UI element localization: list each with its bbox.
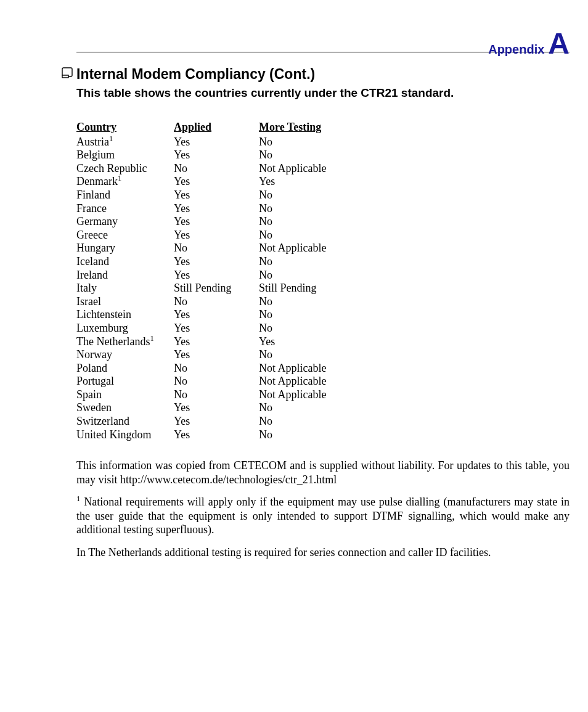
cell-country: Italy xyxy=(76,282,174,295)
cell-more-testing: Yes xyxy=(259,175,356,189)
cell-applied: No xyxy=(174,295,259,309)
cell-more-testing: No xyxy=(259,255,356,269)
table-row: LichtensteinYesNo xyxy=(76,308,356,322)
cell-applied: Yes xyxy=(174,255,259,269)
cell-applied: No xyxy=(174,375,259,388)
section-title: Internal Modem Compliancy (Cont.) xyxy=(76,66,315,83)
cell-more-testing: No xyxy=(259,136,356,149)
header-rule: AppendixA xyxy=(76,52,570,52)
appendix-word: Appendix xyxy=(488,43,544,56)
cell-country: Sweden xyxy=(76,401,174,415)
table-row: FranceYesNo xyxy=(76,202,356,216)
note-icon xyxy=(62,67,73,81)
table-row: PolandNoNot Applicable xyxy=(76,362,356,375)
cell-applied: Yes xyxy=(174,136,259,149)
table-row: SwedenYesNo xyxy=(76,401,356,415)
svg-rect-1 xyxy=(62,75,68,78)
cell-applied: Yes xyxy=(174,202,259,216)
cell-more-testing: No xyxy=(259,202,356,216)
cell-country: Israel xyxy=(76,295,174,309)
cell-country: Czech Republic xyxy=(76,162,174,176)
cell-more-testing: No xyxy=(259,149,356,162)
table-row: IsraelNoNo xyxy=(76,295,356,309)
table-row: The Netherlands1YesYes xyxy=(76,335,356,349)
cell-country: Poland xyxy=(76,362,174,375)
cell-more-testing: No xyxy=(259,348,356,362)
cell-more-testing: Not Applicable xyxy=(259,162,356,176)
cell-applied: No xyxy=(174,162,259,176)
cell-country: United Kingdom xyxy=(76,428,174,442)
cell-applied: Yes xyxy=(174,322,259,335)
cell-country: Portugal xyxy=(76,375,174,388)
col-header-applied: Applied xyxy=(174,121,259,136)
table-row: HungaryNoNot Applicable xyxy=(76,242,356,255)
cell-more-testing: Yes xyxy=(259,335,356,349)
cell-applied: Yes xyxy=(174,189,259,202)
footnote-ref: 1 xyxy=(150,334,153,343)
table-row: SwitzerlandYesNo xyxy=(76,415,356,428)
cell-more-testing: No xyxy=(259,189,356,202)
table-row: NorwayYesNo xyxy=(76,348,356,362)
table-row: LuxemburgYesNo xyxy=(76,322,356,335)
cell-applied: No xyxy=(174,388,259,402)
cell-applied: Yes xyxy=(174,175,259,189)
netherlands-note: In The Netherlands additional testing is… xyxy=(76,546,570,560)
cell-applied: Still Pending xyxy=(174,282,259,295)
table-row: GermanyYesNo xyxy=(76,215,356,229)
cell-more-testing: No xyxy=(259,269,356,282)
cell-country: Spain xyxy=(76,388,174,402)
cell-more-testing: No xyxy=(259,401,356,415)
footnote-ref: 1 xyxy=(118,174,121,182)
table-row: ItalyStill PendingStill Pending xyxy=(76,282,356,295)
cell-country: Denmark1 xyxy=(76,175,174,189)
document-page: AppendixA Internal Modem Compliancy (Con… xyxy=(0,0,588,712)
cell-more-testing: Not Applicable xyxy=(259,388,356,402)
cell-country: Germany xyxy=(76,215,174,229)
table-row: FinlandYesNo xyxy=(76,189,356,202)
table-header-row: Country Applied More Testing xyxy=(76,121,356,136)
cell-applied: Yes xyxy=(174,401,259,415)
cell-applied: Yes xyxy=(174,348,259,362)
table-row: BelgiumYesNo xyxy=(76,149,356,162)
cell-more-testing: No xyxy=(259,415,356,428)
appendix-label: AppendixA xyxy=(488,29,570,59)
appendix-letter: A xyxy=(548,27,570,60)
info-paragraph: This information was copied from CETECOM… xyxy=(76,459,570,486)
table-row: IrelandYesNo xyxy=(76,269,356,282)
cell-country: Finland xyxy=(76,189,174,202)
cell-applied: Yes xyxy=(174,269,259,282)
cell-country: Greece xyxy=(76,229,174,242)
cell-more-testing: No xyxy=(259,215,356,229)
cell-country: Norway xyxy=(76,348,174,362)
cell-applied: Yes xyxy=(174,415,259,428)
table-row: United KingdomYesNo xyxy=(76,428,356,442)
cell-country: Luxemburg xyxy=(76,322,174,335)
cell-applied: Yes xyxy=(174,229,259,242)
cell-country: The Netherlands1 xyxy=(76,335,174,349)
cell-more-testing: No xyxy=(259,229,356,242)
cell-applied: No xyxy=(174,362,259,375)
cell-more-testing: No xyxy=(259,428,356,442)
cell-country: Belgium xyxy=(76,149,174,162)
table-row: Czech RepublicNoNot Applicable xyxy=(76,162,356,176)
cell-country: Lichtenstein xyxy=(76,308,174,322)
footnote-text: National requirements will apply only if… xyxy=(76,496,570,536)
table-row: Denmark1YesYes xyxy=(76,175,356,189)
cell-country: Hungary xyxy=(76,242,174,255)
col-header-more-testing: More Testing xyxy=(259,121,356,136)
cell-applied: Yes xyxy=(174,335,259,349)
cell-more-testing: Not Applicable xyxy=(259,375,356,388)
cell-applied: Yes xyxy=(174,215,259,229)
section-subtitle: This table shows the countries currently… xyxy=(76,86,570,100)
cell-country: Austria1 xyxy=(76,136,174,149)
table-row: PortugalNoNot Applicable xyxy=(76,375,356,388)
cell-applied: No xyxy=(174,242,259,255)
cell-more-testing: No xyxy=(259,308,356,322)
cell-more-testing: Not Applicable xyxy=(259,242,356,255)
cell-country: Switzerland xyxy=(76,415,174,428)
cell-country: Iceland xyxy=(76,255,174,269)
compliancy-table: Country Applied More Testing Austria1Yes… xyxy=(76,121,356,441)
cell-applied: Yes xyxy=(174,428,259,442)
table-row: Austria1YesNo xyxy=(76,136,356,149)
table-row: SpainNoNot Applicable xyxy=(76,388,356,402)
